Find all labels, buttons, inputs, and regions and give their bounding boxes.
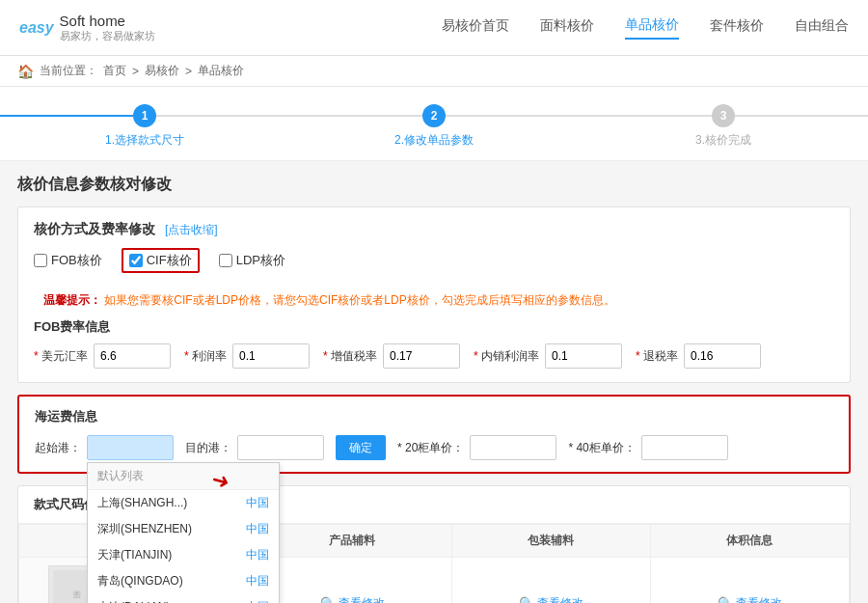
port-name-0: 上海(SHANGH...) <box>97 495 187 511</box>
logo: easy Soft home 易家坊，容易做家坊 <box>19 13 155 43</box>
pricing-options-row: FOB核价 CIF核价 LDP核价 温馨提示： 如果您需要核CIF或者LDP价格… <box>34 248 834 309</box>
ldp-check-item: LDP核价 <box>219 252 285 269</box>
fob-domestic-input[interactable] <box>545 343 622 369</box>
main-content: 核价信息参数核对修改 核价方式及费率修改 [点击收缩] FOB核价 CIF核价 … <box>0 161 868 603</box>
port-name-4: 大连(DALIAN) <box>97 599 170 603</box>
breadcrumb-home[interactable]: 首页 <box>103 63 126 79</box>
port-country-2: 中国 <box>246 547 269 563</box>
shipping-card: 海运费信息 起始港： 默认列表 上海(SHANGH...) 中国 深圳(SHEN… <box>17 395 851 474</box>
fob-tax-input[interactable] <box>684 343 761 369</box>
ldp-label: LDP核价 <box>236 252 285 269</box>
pricing-title: 核价方式及费率修改 <box>34 221 155 236</box>
pricing-card-header: 核价方式及费率修改 [点击收缩] <box>34 221 834 238</box>
logo-sub: 易家坊，容易做家坊 <box>60 29 155 43</box>
step-3-circle: 3 <box>712 104 735 127</box>
price40-label: * 40柜单价： <box>568 440 635 456</box>
breadcrumb-easy[interactable]: 易核价 <box>145 63 179 79</box>
steps-bar: 1 1.选择款式尺寸 2 2.修改单品参数 3 3.核价完成 <box>0 87 868 161</box>
step-2: 2 2.修改单品参数 <box>289 104 579 149</box>
step-2-label: 2.修改单品参数 <box>394 132 474 149</box>
fob-exchange-label: * 美元汇率 <box>34 348 88 365</box>
fob-domestic-label: * 内销利润率 <box>474 348 539 365</box>
nav-single[interactable]: 单品核价 <box>625 16 679 40</box>
start-port-input[interactable] <box>87 435 174 460</box>
fob-tax-field: * 退税率 <box>636 343 761 369</box>
start-port-label: 起始港： <box>35 440 81 456</box>
breadcrumb-sep1: > <box>132 65 139 78</box>
fob-checkbox[interactable] <box>34 254 47 267</box>
warn-content: 如果您需要核CIF或者LDP价格，请您勾选CIF核价或者LDP核价，勾选完成后填… <box>104 293 614 307</box>
fob-tax-label: * 退税率 <box>636 348 678 365</box>
price20-label: * 20柜单价： <box>397 440 464 456</box>
dest-port-field: 目的港： <box>185 435 324 460</box>
step-3-label: 3.核价完成 <box>695 132 751 149</box>
fob-profit-label: * 利润率 <box>184 348 227 365</box>
product-material-cell: 🔍 查看修改 <box>253 558 451 604</box>
port-name-2: 天津(TIANJIN) <box>97 547 172 563</box>
main-nav: 易核价首页 面料核价 单品核价 套件核价 自由组合 <box>442 16 849 40</box>
breadcrumb-current: 单品核价 <box>198 63 244 79</box>
port-item-0[interactable]: 上海(SHANGH...) 中国 <box>88 490 279 516</box>
fob-domestic-field: * 内销利润率 <box>474 343 622 369</box>
product-material-link[interactable]: 🔍 查看修改 <box>263 595 442 603</box>
step-2-circle: 2 <box>422 104 446 127</box>
breadcrumb: 🏠 当前位置： 首页 > 易核价 > 单品核价 <box>0 56 868 87</box>
dropdown-header: 默认列表 <box>88 463 279 490</box>
warn-text: 温馨提示： 如果您需要核CIF或者LDP价格，请您勾选CIF核价或者LDP核价，… <box>43 292 615 309</box>
pack-material-cell: 🔍 查看修改 <box>451 558 650 604</box>
size-col-product-material: 产品辅料 <box>253 525 451 558</box>
start-port-field: 起始港： 默认列表 上海(SHANGH...) 中国 深圳(SHENZHEN) … <box>35 435 174 460</box>
confirm-button[interactable]: 确定 <box>336 435 386 460</box>
ldp-checkbox[interactable] <box>219 254 232 267</box>
nav-combo[interactable]: 自由组合 <box>795 17 849 39</box>
fob-profit-input[interactable] <box>232 343 310 369</box>
price40-field: * 40柜单价： <box>568 435 727 460</box>
port-item-3[interactable]: 青岛(QINGDAO) 中国 <box>88 568 279 594</box>
shipping-title: 海运费信息 <box>35 408 833 425</box>
cif-checkbox[interactable] <box>129 254 143 267</box>
dest-port-label: 目的港： <box>185 440 231 456</box>
pricing-collapse-link[interactable]: [点击收缩] <box>165 223 218 236</box>
port-country-3: 中国 <box>246 573 269 589</box>
port-name-1: 深圳(SHENZHEN) <box>97 521 192 537</box>
svg-text:图: 图 <box>73 590 81 599</box>
fob-section: FOB费率信息 * 美元汇率 * 利润率 * 增值税率 * 内销利润率 <box>34 318 834 369</box>
fob-vat-field: * 增值税率 <box>323 343 460 369</box>
fob-exchange-field: * 美元汇率 <box>34 343 171 369</box>
price20-input[interactable] <box>470 435 556 460</box>
home-icon: 🏠 <box>17 64 34 79</box>
port-item-4[interactable]: 大连(DALIAN) 中国 <box>88 594 279 603</box>
nav-fabric[interactable]: 面料核价 <box>540 17 594 39</box>
port-country-1: 中国 <box>246 521 269 537</box>
header: easy Soft home 易家坊，容易做家坊 易核价首页 面料核价 单品核价… <box>0 0 868 56</box>
price40-input[interactable] <box>641 435 728 460</box>
port-country-4: 中国 <box>246 599 269 603</box>
shipping-row: 起始港： 默认列表 上海(SHANGH...) 中国 深圳(SHENZHEN) … <box>35 435 833 460</box>
page-title: 核价信息参数核对修改 <box>17 175 851 195</box>
logo-name: Soft home <box>60 13 155 29</box>
step-3: 3 3.核价完成 <box>579 104 868 149</box>
pack-material-link[interactable]: 🔍 查看修改 <box>462 595 640 603</box>
volume-cell: 🔍 查看修改 <box>650 558 849 604</box>
logo-easy-text: easy <box>19 19 54 37</box>
step-1-circle: 1 <box>133 104 156 127</box>
dest-port-input[interactable] <box>237 435 324 460</box>
cif-label: CIF核价 <box>147 252 192 269</box>
fob-vat-input[interactable] <box>383 343 460 369</box>
price20-field: * 20柜单价： <box>397 435 556 460</box>
port-dropdown-list: 默认列表 上海(SHANGH...) 中国 深圳(SHENZHEN) 中国 天津… <box>87 462 280 603</box>
port-name-3: 青岛(QINGDAO) <box>97 573 183 589</box>
nav-suite[interactable]: 套件核价 <box>710 17 764 39</box>
step-1: 1 1.选择款式尺寸 <box>0 104 289 149</box>
fob-check-item: FOB核价 <box>34 252 102 269</box>
fob-profit-field: * 利润率 <box>184 343 310 369</box>
fob-exchange-input[interactable] <box>94 343 171 369</box>
size-col-volume: 体积信息 <box>650 525 849 558</box>
fob-vat-label: * 增值税率 <box>323 348 377 365</box>
start-port-dropdown-wrapper: 默认列表 上海(SHANGH...) 中国 深圳(SHENZHEN) 中国 天津… <box>87 435 174 460</box>
cif-check-item: CIF核价 <box>122 248 200 273</box>
port-item-2[interactable]: 天津(TIANJIN) 中国 <box>88 542 279 568</box>
port-item-1[interactable]: 深圳(SHENZHEN) 中国 <box>88 516 279 542</box>
nav-home[interactable]: 易核价首页 <box>442 17 509 39</box>
volume-link[interactable]: 🔍 查看修改 <box>661 595 839 603</box>
